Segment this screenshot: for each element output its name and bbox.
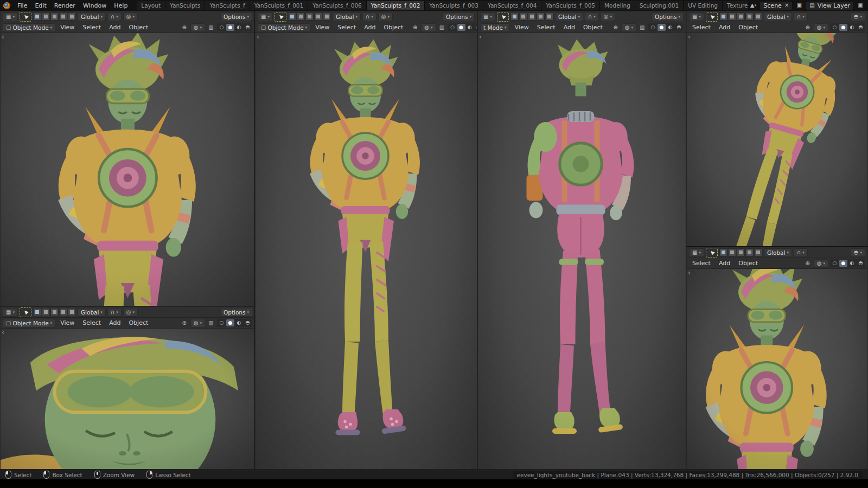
proportional-editing-button[interactable]: ◎▾ xyxy=(123,12,138,21)
menu-add[interactable]: Add xyxy=(560,24,578,31)
select-mode-invert-button[interactable] xyxy=(745,248,754,256)
select-mode-subtract-button[interactable] xyxy=(305,12,314,21)
gizmo-toggle[interactable]: ⊕ xyxy=(411,23,419,31)
snapping-button[interactable]: ∩▾ xyxy=(585,12,599,21)
select-mode-set-button[interactable] xyxy=(719,248,727,256)
viewport-canvas[interactable]: ‹ xyxy=(256,33,477,469)
region-toggle-icon[interactable]: ‹ xyxy=(2,34,4,40)
overlays-toggle[interactable]: ◍▾ xyxy=(421,23,436,32)
menu-add[interactable]: Add xyxy=(716,24,733,31)
select-mode-intersect-button[interactable] xyxy=(754,248,762,256)
menu-select[interactable]: Select xyxy=(534,24,559,31)
select-mode-extend-button[interactable] xyxy=(728,12,736,21)
shading-material-button[interactable]: ◐ xyxy=(466,24,474,31)
viewport-3d-bottom-left[interactable]: ▦▾ ▶ Global▾ ∩▾ ◎▾ Options▾ ▢Object Mode… xyxy=(0,306,255,470)
editor-type-button[interactable]: ▦▾ xyxy=(689,248,704,257)
shading-dropdown[interactable]: ◓▾ xyxy=(851,12,865,21)
menu-select[interactable]: Select xyxy=(79,319,104,326)
shading-rendered-button[interactable]: ◓ xyxy=(857,24,865,31)
mode-dropdown[interactable]: ▢Object Mode▾ xyxy=(258,23,310,32)
scene-field[interactable]: Scene× xyxy=(760,1,793,10)
shading-rendered-button[interactable]: ◓ xyxy=(475,24,477,31)
select-mode-set-button[interactable] xyxy=(33,12,41,21)
overlays-toggle[interactable]: ◍▾ xyxy=(814,259,828,268)
gizmo-toggle[interactable]: ⊕ xyxy=(803,23,812,31)
overlays-toggle[interactable]: ◍▾ xyxy=(190,319,205,328)
shading-material-button[interactable]: ◐ xyxy=(235,24,243,31)
xray-toggle[interactable]: ▥ xyxy=(638,23,647,31)
scene-browse-button[interactable]: ▲▾ xyxy=(749,2,757,10)
options-dropdown[interactable]: Options▾ xyxy=(220,12,252,21)
snapping-button[interactable]: ∩▾ xyxy=(107,308,122,317)
select-mode-intersect-button[interactable] xyxy=(754,12,762,21)
xray-toggle[interactable]: ▥ xyxy=(438,23,446,31)
select-mode-extend-button[interactable] xyxy=(42,12,50,21)
menu-add[interactable]: Add xyxy=(106,24,124,31)
transform-orientation-dropdown[interactable]: Global▾ xyxy=(764,12,792,21)
menu-object[interactable]: Object xyxy=(735,24,761,31)
overlays-toggle[interactable]: ◍▾ xyxy=(814,23,828,32)
select-mode-set-button[interactable] xyxy=(288,12,296,21)
tweak-tool-button[interactable]: ▶ xyxy=(497,12,509,22)
workspace-tab[interactable]: Sculpting.001 xyxy=(635,1,684,10)
editor-type-button[interactable]: ▦▾ xyxy=(480,12,495,21)
xray-toggle[interactable]: ▥ xyxy=(207,319,215,327)
shading-rendered-button[interactable]: ◓ xyxy=(857,260,865,267)
shading-dropdown[interactable]: ◓▾ xyxy=(851,248,865,257)
menu-view[interactable]: View xyxy=(312,24,333,31)
menu-add[interactable]: Add xyxy=(106,319,124,326)
proportional-editing-button[interactable]: ◎▾ xyxy=(123,308,138,317)
viewport-3d-top-left[interactable]: ▦▾ ▶ Global▾ ∩▾ ◎▾ Options▾ ▢Object Mode… xyxy=(0,11,255,306)
select-mode-subtract-button[interactable] xyxy=(50,12,59,21)
select-mode-invert-button[interactable] xyxy=(59,308,67,316)
proportional-editing-button[interactable]: ◎▾ xyxy=(378,12,393,21)
shading-material-button[interactable]: ◐ xyxy=(848,260,856,267)
select-mode-set-button[interactable] xyxy=(33,308,41,316)
select-mode-intersect-button[interactable] xyxy=(68,12,76,21)
close-icon[interactable]: × xyxy=(784,3,789,8)
workspace-tab[interactable]: YanSculpts_f xyxy=(205,1,250,10)
shading-wireframe-button[interactable]: ○ xyxy=(218,319,226,326)
shading-wireframe-button[interactable]: ○ xyxy=(218,24,226,31)
shading-material-button[interactable]: ◐ xyxy=(666,24,674,31)
viewport-3d-back[interactable]: ▦▾ ▶ Global▾ ∩▾ ◎▾ Options▾ t Mode▾ View xyxy=(477,11,686,470)
workspace-tab[interactable]: YanSculpts xyxy=(165,1,205,10)
workspace-tab[interactable]: YanSculpts_f_003 xyxy=(425,1,483,10)
shading-solid-button[interactable]: ● xyxy=(226,319,234,326)
shading-solid-button[interactable]: ● xyxy=(226,24,234,31)
select-mode-intersect-button[interactable] xyxy=(68,308,76,316)
menu-select[interactable]: Select xyxy=(334,24,359,31)
transform-orientation-dropdown[interactable]: Global▾ xyxy=(333,12,361,21)
select-mode-subtract-button[interactable] xyxy=(737,12,745,21)
tweak-tool-button[interactable]: ▶ xyxy=(706,248,718,258)
menu-window[interactable]: Window xyxy=(79,2,110,10)
shading-rendered-button[interactable]: ◓ xyxy=(675,24,683,31)
viewport-3d-front[interactable]: ▦▾ ▶ Global▾ ∩▾ ◎▾ Options▾ ▢Object Mode… xyxy=(255,11,477,470)
menu-render[interactable]: Render xyxy=(50,2,79,10)
region-toggle-icon[interactable]: ‹ xyxy=(688,269,691,276)
tweak-tool-button[interactable]: ▶ xyxy=(20,12,31,22)
workspace-tab[interactable]: UV Editing xyxy=(684,1,723,10)
mode-dropdown[interactable]: ▢Object Mode▾ xyxy=(3,23,55,32)
new-scene-button[interactable]: ▣ xyxy=(795,2,803,10)
workspace-tab[interactable]: YanSculpts_f_005 xyxy=(541,1,600,10)
menu-object[interactable]: Object xyxy=(380,24,406,31)
tweak-tool-button[interactable]: ▶ xyxy=(706,12,718,22)
viewport-canvas[interactable]: ‹ xyxy=(478,33,686,469)
viewport-canvas[interactable]: ‹ xyxy=(1,33,254,306)
select-mode-invert-button[interactable] xyxy=(537,12,545,21)
mode-dropdown[interactable]: ▢Object Mode▾ xyxy=(3,319,55,328)
select-mode-extend-button[interactable] xyxy=(42,308,50,316)
workspace-tab[interactable]: YanSculpts_f_004 xyxy=(483,1,542,10)
tweak-tool-button[interactable]: ▶ xyxy=(275,12,286,22)
shading-wireframe-button[interactable]: ○ xyxy=(831,24,839,31)
shading-material-button[interactable]: ◐ xyxy=(235,319,243,326)
snapping-button[interactable]: ∩▾ xyxy=(794,248,808,257)
mode-dropdown[interactable]: t Mode▾ xyxy=(480,23,510,32)
workspace-tab[interactable]: Modeling xyxy=(600,1,635,10)
transform-orientation-dropdown[interactable]: Global▾ xyxy=(78,12,106,21)
workspace-tab[interactable]: YanSculpts_f_006 xyxy=(308,1,367,10)
shading-solid-button[interactable]: ● xyxy=(658,24,666,31)
select-mode-subtract-button[interactable] xyxy=(50,308,59,316)
menu-file[interactable]: File xyxy=(14,2,31,10)
